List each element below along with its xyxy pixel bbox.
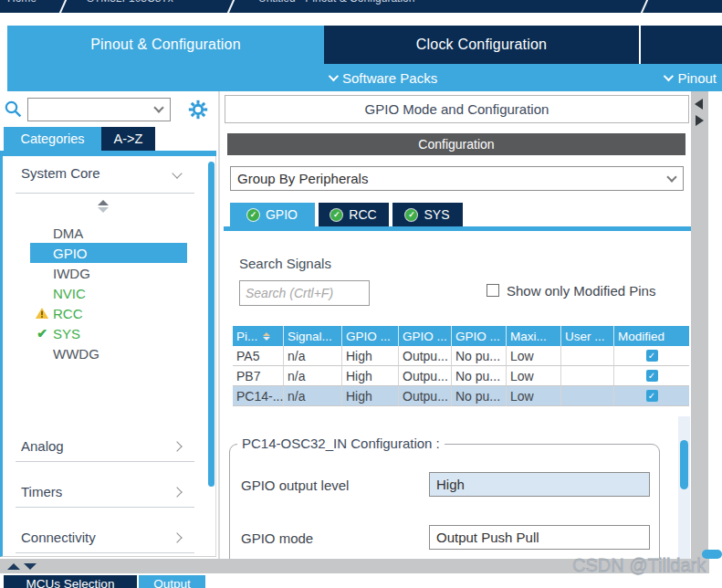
periph-tab-gpio[interactable]: ✓ GPIO — [230, 203, 315, 226]
tab-a-to-z[interactable]: A->Z — [101, 127, 155, 151]
scroll-up-spinner-icon[interactable] — [98, 200, 109, 205]
resize-up-icon[interactable] — [7, 563, 20, 570]
chevron-down-icon — [666, 172, 676, 182]
show-only-modified-label: Show only Modified Pins — [507, 283, 655, 299]
divider — [16, 461, 194, 462]
tree-category-timers[interactable]: Timers — [3, 482, 215, 504]
pin-configuration-legend: PC14-OSC32_IN Configuration : — [237, 436, 445, 451]
cell-max-speed: Low — [507, 386, 561, 406]
tree-item-label: DMA — [53, 226, 83, 241]
table-row-pb7[interactable]: PB7 n/a High Outpu... No pu... Low ✓ — [233, 366, 689, 386]
tab-a-to-z-label: A->Z — [114, 131, 143, 146]
collapse-left-icon[interactable] — [695, 99, 703, 110]
gear-icon[interactable] — [186, 98, 210, 121]
table-row-pa5[interactable]: PA5 n/a High Outpu... No pu... Low ✓ — [233, 346, 689, 366]
chevron-down-icon — [664, 71, 674, 81]
breadcrumb-mcu[interactable]: STM32F103C8Tx — [87, 0, 173, 5]
tree-item-wwdg[interactable]: WWDG — [30, 343, 187, 363]
tab-pinout-configuration-label: Pinout & Configuration — [90, 37, 241, 53]
periph-tab-sys[interactable]: ✓ SYS — [392, 203, 463, 226]
tree-scrollbar[interactable] — [208, 162, 215, 487]
cell-pin: PA5 — [233, 346, 284, 366]
tree-item-label: NVIC — [53, 286, 86, 301]
mode-header: GPIO Mode and Configuration — [225, 95, 689, 123]
expand-right-icon[interactable] — [696, 115, 704, 126]
sidebar-search-combobox[interactable] — [27, 98, 171, 121]
tree-category-label: Connectivity — [21, 530, 96, 545]
column-header-pin[interactable]: Pi... — [233, 326, 284, 346]
periph-tab-rcc[interactable]: ✓ RCC — [319, 203, 389, 226]
warning-icon — [32, 307, 52, 320]
tree-item-nvic[interactable]: NVIC — [30, 283, 187, 303]
tree-item-iwdg[interactable]: IWDG — [30, 263, 187, 283]
panel-splitter[interactable] — [218, 91, 220, 559]
show-only-modified-checkbox[interactable] — [487, 284, 499, 297]
tree-item-sys[interactable]: ✔ SYS — [30, 323, 187, 343]
main-scrollbar-thumb[interactable] — [680, 440, 688, 489]
tree-item-rcc[interactable]: RCC — [30, 303, 187, 323]
check-circle-icon: ✓ — [405, 209, 417, 221]
tab-mcus-selection[interactable]: MCUs Selection — [4, 575, 137, 588]
column-header-label: GPIO ... — [455, 330, 500, 343]
gpio-output-level-dropdown[interactable]: High — [429, 472, 650, 497]
tab-output[interactable]: Output — [139, 575, 205, 588]
column-header-label: GPIO ... — [346, 330, 391, 343]
gpio-mode-value: Output Push Pull — [436, 530, 539, 545]
column-header-max-speed[interactable]: Maxi... — [507, 326, 561, 346]
cell-modified: ✓ — [614, 346, 689, 366]
tree-category-system-core[interactable]: System Core — [3, 163, 215, 185]
periph-tab-underline — [224, 226, 691, 231]
tab-output-label: Output — [139, 575, 205, 588]
cell-gpio-level: High — [342, 346, 399, 366]
breadcrumb-page[interactable]: Untitled - Pinout & Configuration — [258, 0, 414, 5]
resize-down-icon[interactable] — [24, 563, 37, 570]
check-circle-icon: ✓ — [330, 209, 342, 221]
group-by-dropdown[interactable]: Group By Peripherals — [230, 166, 684, 191]
software-packs-menu[interactable]: Software Packs — [329, 64, 437, 91]
column-header-modified[interactable]: Modified — [614, 326, 689, 346]
tree-item-gpio[interactable]: GPIO — [30, 243, 187, 263]
table-row-pc14-selected[interactable]: PC14-... n/a High Outpu... No pu... Low … — [233, 386, 689, 406]
column-header-label: GPIO ... — [403, 330, 447, 343]
periph-tab-label: GPIO — [266, 207, 298, 222]
tab-pinout-configuration[interactable]: Pinout & Configuration — [7, 26, 324, 64]
breadcrumb-home[interactable]: Home — [7, 0, 37, 5]
pinout-menu-label: Pinout — [677, 70, 717, 86]
column-header-gpio-pull[interactable]: GPIO ... — [452, 326, 507, 346]
tree-item-label: SYS — [53, 326, 80, 341]
mode-configuration-panel: GPIO Mode and Configuration Configuratio… — [224, 91, 691, 559]
peripherals-sidebar: Categories A->Z System Core DMA GPIO IWD… — [0, 91, 216, 559]
chevron-down-icon — [329, 71, 339, 81]
gpio-output-level-value: High — [436, 477, 465, 492]
watermark: CSDN @Tilldark — [572, 555, 722, 576]
tab-next-partial[interactable] — [641, 26, 722, 64]
cell-user-label — [561, 386, 614, 406]
column-header-gpio-mode[interactable]: GPIO ... — [399, 326, 452, 346]
periph-tab-label: SYS — [424, 207, 449, 222]
tab-categories[interactable]: Categories — [4, 127, 101, 151]
cell-modified: ✓ — [614, 386, 689, 406]
search-signals-input[interactable] — [239, 280, 370, 306]
column-header-gpio-level[interactable]: GPIO ... — [342, 326, 399, 346]
tree-item-label: IWDG — [53, 266, 90, 281]
tree-category-label: Analog — [21, 438, 64, 454]
pinout-menu[interactable]: Pinout — [664, 64, 717, 91]
scroll-down-spinner-icon[interactable] — [98, 207, 109, 213]
gpio-mode-label: GPIO mode — [241, 530, 313, 546]
column-header-user-label[interactable]: User ... — [561, 326, 614, 346]
tree-category-connectivity[interactable]: Connectivity — [3, 528, 215, 550]
cell-gpio-level: High — [342, 386, 399, 406]
column-header-label: Maxi... — [510, 330, 547, 343]
gpio-mode-dropdown[interactable]: Output Push Pull — [429, 525, 650, 550]
modified-checkbox[interactable]: ✓ — [646, 350, 658, 362]
column-header-signal[interactable]: Signal... — [284, 326, 342, 346]
cell-gpio-pull: No pu... — [452, 366, 507, 386]
modified-checkbox[interactable]: ✓ — [646, 370, 658, 382]
panel-collapse-strip — [691, 91, 708, 573]
tree-item-dma[interactable]: DMA — [30, 223, 187, 243]
tree-category-analog[interactable]: Analog — [3, 436, 215, 458]
tab-clock-configuration[interactable]: Clock Configuration — [324, 26, 639, 64]
cell-gpio-level: High — [342, 366, 399, 386]
modified-checkbox[interactable]: ✓ — [646, 390, 658, 402]
cell-max-speed: Low — [507, 366, 561, 386]
